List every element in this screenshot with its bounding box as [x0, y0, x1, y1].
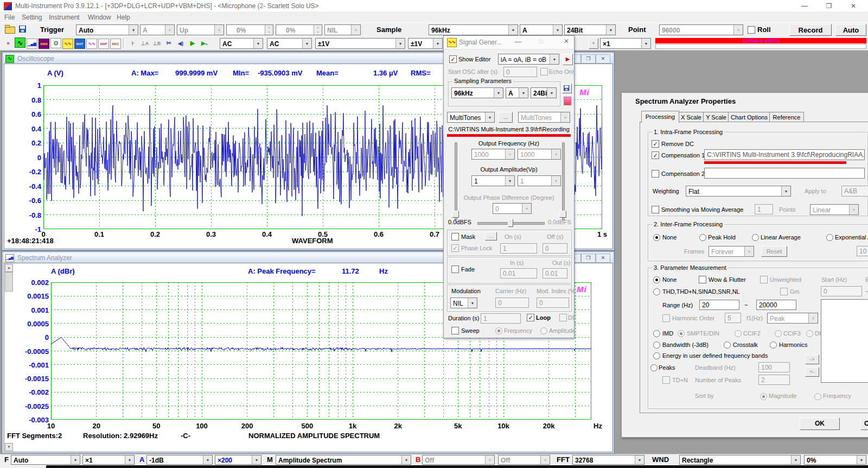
trigger-source-select[interactable]: A — [140, 24, 175, 35]
linear-average-radio[interactable] — [752, 234, 759, 241]
remove-dc-checkbox[interactable] — [652, 140, 659, 148]
sweep-checkbox[interactable] — [451, 327, 459, 334]
restore-icon[interactable]: ❐ — [581, 254, 596, 263]
data-logger-icon[interactable]: ⊙ — [50, 38, 61, 48]
carrier-input[interactable]: 0 — [495, 298, 529, 308]
apply-to-input[interactable]: A&B — [841, 186, 868, 197]
weighting-select[interactable]: Flat — [686, 186, 791, 197]
fade-out-input[interactable]: 0.01 — [542, 268, 567, 279]
trigger-delay-stepper[interactable]: 0%▲▼ — [276, 24, 322, 35]
a-range-select[interactable]: -1dB — [146, 455, 213, 465]
sample-channel-select[interactable]: A — [520, 24, 563, 35]
deadband-input[interactable]: 100 — [758, 362, 790, 372]
bandwidth-radio[interactable] — [653, 341, 660, 349]
minimize-icon[interactable]: — — [515, 38, 521, 46]
b-zoom-select[interactable]: Off — [498, 455, 550, 465]
mask-off-input[interactable]: 0 — [542, 243, 567, 254]
level-a-slider-thumb[interactable] — [452, 211, 459, 218]
b-range-select[interactable]: Off — [422, 455, 495, 465]
close-icon[interactable]: ✕ — [845, 1, 861, 11]
start-hz-input[interactable]: 0 — [821, 286, 862, 296]
modulation-type-select[interactable]: NIL — [450, 298, 477, 308]
tab-chart-options[interactable]: Chart Options — [728, 112, 770, 123]
duration-input[interactable]: 1 — [481, 313, 521, 324]
coupling-b-select[interactable]: AC — [267, 38, 312, 49]
ddp-viewer-icon[interactable]: DDP — [98, 39, 109, 49]
fft-size-select[interactable]: 32768 — [572, 455, 644, 465]
zero-a-icon[interactable]: ⊥A — [139, 38, 150, 48]
a-zoom-select[interactable]: ×200 — [215, 455, 261, 465]
signal-generator-titlebar[interactable]: ∿∿ Signal Gener... — □ ✕ — [444, 36, 574, 49]
browse-button[interactable]: ... — [499, 112, 513, 123]
ccif2-radio[interactable] — [735, 330, 742, 337]
trigger-level-stepper[interactable]: 0%▲▼ — [226, 24, 273, 35]
menu-item-file[interactable]: File — [4, 14, 15, 21]
sweep-amplitude-radio[interactable] — [540, 327, 547, 334]
sort-frequency-radio[interactable] — [814, 393, 821, 400]
range-hi-input[interactable]: 20000 — [756, 300, 796, 310]
save-icon[interactable] — [19, 26, 26, 33]
menu-item-window[interactable]: Window — [88, 14, 111, 21]
display-mode-select[interactable]: Amplitude Spectrum — [276, 455, 411, 465]
pm-none-radio[interactable] — [653, 276, 660, 283]
sweep-frequency-radio[interactable] — [495, 327, 502, 334]
derived-data-series-icon[interactable]: ∿∿ — [86, 39, 97, 49]
wow-flutter-checkbox[interactable] — [699, 276, 706, 283]
overlap-select[interactable]: 0% — [804, 455, 866, 465]
restore-icon[interactable]: ❐ — [581, 54, 596, 64]
oscilloscope-icon[interactable]: ∿ — [15, 37, 25, 48]
record-icon[interactable]: ● — [3, 37, 14, 48]
cancel-button[interactable]: C — [860, 418, 868, 430]
open-icon[interactable] — [5, 27, 15, 34]
mask-on-input[interactable]: 1 — [500, 243, 537, 254]
calibration-icon[interactable]: ✂ — [163, 38, 174, 48]
tab-x-scale[interactable]: X Scale — [678, 112, 704, 123]
range-a-select[interactable]: ±1V — [315, 38, 405, 49]
compensation1-checkbox[interactable] — [652, 151, 659, 159]
spectrum-analyzer-icon[interactable]: ▁▄▆ — [27, 39, 37, 49]
phase-lock-checkbox[interactable] — [451, 244, 459, 252]
bands-listbox[interactable] — [821, 299, 868, 383]
unweighted-checkbox[interactable] — [760, 276, 768, 283]
harmonic-order-checkbox[interactable] — [662, 314, 670, 322]
auto-button[interactable]: Auto — [835, 24, 866, 36]
scroll-up-icon[interactable]: ▲ — [5, 264, 13, 272]
tab-reference[interactable]: Reference — [769, 112, 804, 123]
num-peaks-input[interactable]: 2 — [758, 375, 790, 385]
harmonic-order-input[interactable]: 5 — [725, 313, 741, 323]
trigger-edge-select[interactable]: Up — [177, 24, 224, 35]
amplitude-a-select[interactable]: 1 — [471, 175, 515, 186]
run-icon[interactable]: ▶ — [187, 38, 198, 48]
tab-y-scale[interactable]: Y Scale — [703, 112, 729, 123]
loop-checkbox[interactable] — [527, 314, 534, 321]
menu-item-setting[interactable]: Setting — [22, 14, 42, 21]
filter-icon[interactable] — [564, 97, 571, 105]
range-b-select[interactable]: ±1V — [408, 38, 443, 49]
probe-icon[interactable]: ⊦ — [127, 38, 138, 48]
fade-checkbox[interactable] — [451, 265, 459, 273]
run-loop-icon[interactable]: ▶₀ — [199, 38, 210, 48]
waveform-b-select[interactable]: MultiTones — [518, 112, 570, 123]
ccif3-radio[interactable] — [775, 330, 782, 337]
sample-bits-select[interactable]: 24Bit — [564, 24, 616, 35]
level-b-slider-thumb[interactable] — [559, 211, 566, 218]
range-lo-input[interactable]: 20 — [699, 300, 739, 310]
scrollbar-thumb[interactable] — [5, 272, 13, 292]
crosstalk-radio[interactable] — [724, 341, 731, 349]
thd-radio[interactable] — [653, 288, 660, 295]
imd-radio[interactable] — [653, 330, 660, 337]
amplitude-b-select[interactable]: 1 — [518, 175, 561, 186]
reset-button[interactable]: Reset — [761, 246, 787, 257]
add-band-button[interactable]: -> — [805, 355, 819, 364]
points-select[interactable]: 96000 — [659, 24, 743, 35]
gain-select[interactable]: ×1 — [600, 38, 651, 49]
start-osc-input[interactable]: 0 — [503, 67, 537, 77]
save-icon[interactable] — [562, 84, 572, 93]
restore-icon[interactable]: ❐ — [821, 1, 837, 11]
peaks-radio[interactable] — [650, 364, 658, 371]
routing-select[interactable]: iA = oA, iB = oB — [498, 54, 559, 65]
maximize-icon[interactable]: □ — [539, 37, 543, 45]
start-output-button[interactable]: ▶ — [563, 54, 573, 65]
close-icon[interactable]: ✕ — [564, 37, 569, 45]
sg-sample-rate-select[interactable]: 96kHz — [451, 87, 503, 98]
